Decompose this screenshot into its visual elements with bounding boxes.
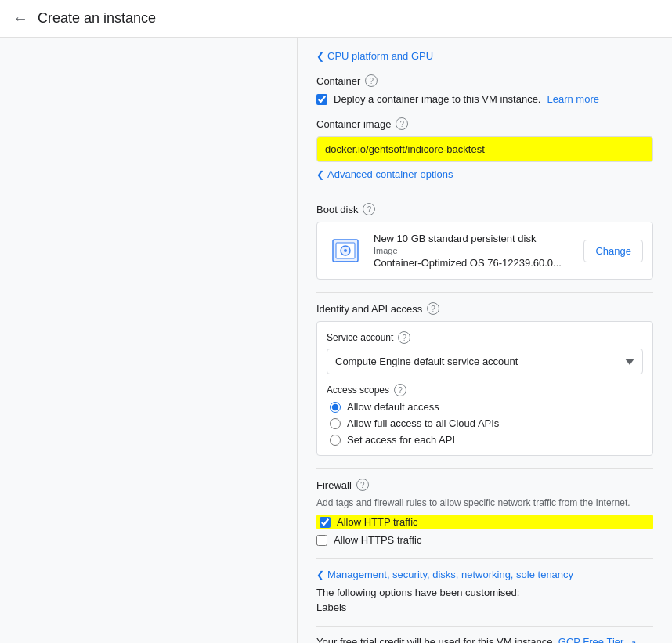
allow-http-checkbox[interactable]: [320, 517, 331, 528]
radio-allow-default-label: Allow default access: [347, 401, 439, 413]
service-account-select[interactable]: Compute Engine default service account N…: [327, 349, 643, 374]
cpu-gpu-link[interactable]: ❮ CPU platform and GPU: [316, 50, 653, 62]
access-scopes-radio-group: Allow default access Allow full access t…: [327, 401, 643, 446]
left-panel: [0, 38, 298, 643]
boot-disk-help-icon[interactable]: ?: [363, 203, 375, 215]
service-account-label: Service account ?: [327, 331, 643, 344]
radio-row-default: Allow default access: [330, 401, 643, 413]
firewall-label: Firewall: [316, 479, 352, 491]
free-trial-notice: Your free trial credit will be used for …: [316, 636, 653, 643]
separator-2: [316, 292, 653, 293]
header: ← Create an instance: [0, 0, 672, 38]
separator-1: [316, 193, 653, 193]
http-checkbox-row: Allow HTTP traffic: [316, 515, 653, 529]
advanced-container-label: Advanced container options: [327, 168, 453, 180]
firewall-help-icon[interactable]: ?: [356, 479, 369, 491]
deploy-container-label: Deploy a container image to this VM inst…: [334, 93, 540, 105]
management-chevron: ❮: [316, 569, 324, 580]
boot-disk-section: Boot disk ? New 10 GB standard persisten…: [316, 203, 653, 280]
disk-icon: [327, 232, 364, 269]
advanced-container-link[interactable]: ❮ Advanced container options: [316, 168, 653, 180]
allow-https-checkbox[interactable]: [316, 535, 327, 546]
main-container: ❮ CPU platform and GPU Container ? Deplo…: [0, 38, 672, 643]
boot-disk-card: New 10 GB standard persistent disk Image…: [316, 222, 653, 280]
service-account-help-icon[interactable]: ?: [398, 331, 410, 344]
customized-text: The following options have been customis…: [316, 587, 653, 598]
container-title-text: Container: [316, 75, 360, 87]
allow-https-label: Allow HTTPS traffic: [334, 534, 421, 546]
disk-info: New 10 GB standard persistent disk Image…: [374, 233, 574, 269]
labels-text: Labels: [316, 601, 653, 613]
radio-allow-full-label: Allow full access to all Cloud APIs: [347, 417, 499, 429]
learn-more-link[interactable]: Learn more: [547, 93, 598, 105]
allow-http-label: Allow HTTP traffic: [337, 516, 418, 528]
access-scopes-text: Access scopes: [327, 385, 389, 396]
radio-set-each[interactable]: [330, 435, 341, 446]
management-label: Management, security, disks, networking,…: [327, 569, 573, 580]
page-title: Create an instance: [38, 10, 156, 27]
radio-row-each: Set access for each API: [330, 434, 643, 446]
cpu-gpu-section: ❮ CPU platform and GPU: [316, 50, 653, 62]
change-disk-button[interactable]: Change: [583, 240, 643, 262]
cpu-gpu-label: CPU platform and GPU: [327, 50, 433, 62]
identity-api-title: Identity and API access ?: [316, 302, 653, 315]
https-checkbox-row: Allow HTTPS traffic: [316, 534, 653, 546]
separator-5: [316, 626, 653, 627]
access-scopes-label: Access scopes ?: [327, 384, 643, 396]
container-image-section: Container image ? docker.io/gehtsoft/ind…: [316, 117, 653, 162]
access-scopes-help-icon[interactable]: ?: [394, 384, 406, 396]
separator-4: [316, 558, 653, 559]
container-help-icon[interactable]: ?: [365, 74, 378, 87]
container-title: Container ?: [316, 74, 653, 87]
service-account-text: Service account: [327, 332, 393, 343]
radio-allow-default[interactable]: [330, 402, 341, 413]
disk-image-value: Container-Optimized OS 76-12239.60.0...: [374, 257, 574, 269]
cpu-gpu-chevron: ❮: [316, 51, 324, 62]
disk-image-label: Image: [374, 246, 574, 255]
gcp-free-tier-text: GCP Free Tier: [558, 636, 624, 643]
radio-allow-full[interactable]: [330, 418, 341, 429]
container-image-title: Container image ?: [316, 117, 653, 130]
boot-disk-label: Boot disk: [316, 204, 358, 215]
container-image-help-icon[interactable]: ?: [396, 117, 408, 130]
firewall-description: Add tags and firewall rules to allow spe…: [316, 497, 653, 508]
identity-api-section: Identity and API access ? Service accoun…: [316, 302, 653, 456]
advanced-container-section: ❮ Advanced container options: [316, 168, 653, 180]
management-section: ❮ Management, security, disks, networkin…: [316, 569, 653, 580]
svg-point-3: [344, 249, 347, 252]
disk-info-title: New 10 GB standard persistent disk: [374, 233, 574, 244]
container-image-label: Container image: [316, 118, 391, 130]
radio-row-full: Allow full access to all Cloud APIs: [330, 417, 643, 429]
container-section: Container ? Deploy a container image to …: [316, 74, 653, 105]
identity-api-help-icon[interactable]: ?: [427, 302, 439, 315]
firewall-section: Firewall ? Add tags and firewall rules t…: [316, 479, 653, 546]
separator-3: [316, 468, 653, 469]
back-button[interactable]: ←: [13, 9, 28, 27]
deploy-container-checkbox[interactable]: [316, 94, 327, 105]
container-image-input[interactable]: docker.io/gehtsoft/indicore-backtest: [316, 136, 653, 162]
free-trial-text: Your free trial credit will be used for …: [316, 636, 555, 643]
api-access-box: Service account ? Compute Engine default…: [316, 321, 653, 456]
firewall-title: Firewall ?: [316, 479, 653, 491]
external-link-icon: ↗: [628, 638, 638, 643]
boot-disk-title: Boot disk ?: [316, 203, 653, 215]
radio-set-each-label: Set access for each API: [347, 434, 455, 446]
right-panel: ❮ CPU platform and GPU Container ? Deplo…: [298, 38, 672, 643]
identity-api-label: Identity and API access: [316, 303, 422, 315]
management-link[interactable]: ❮ Management, security, disks, networkin…: [316, 569, 653, 580]
container-checkbox-row: Deploy a container image to this VM inst…: [316, 93, 653, 105]
gcp-free-tier-link[interactable]: GCP Free Tier ↗: [558, 636, 638, 643]
advanced-container-chevron: ❮: [316, 169, 324, 180]
